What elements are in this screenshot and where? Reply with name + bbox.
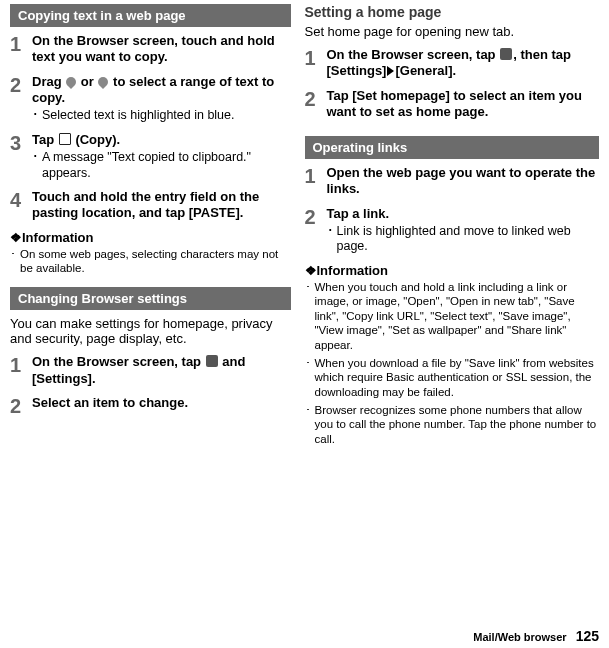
step-body: Drag or to select a range of text to cop… [32,74,291,124]
step-body: Tap [Set homepage] to select an item you… [327,88,600,121]
text: or [77,74,97,89]
page-number: 125 [576,628,599,644]
bullet-dot: ･ [305,280,315,352]
step-body: On the Browser screen, touch and hold te… [32,33,291,66]
info-bullet: ･Browser recognizes some phone numbers t… [305,403,600,446]
info-bullet: ･When you download a file by "Save link"… [305,356,600,399]
left-column: Copying text in a web page 1 On the Brow… [0,0,305,648]
subsection-header-homepage: Setting a home page [305,4,600,20]
step-title: Tap (Copy). [32,132,291,148]
step-title: Drag or to select a range of text to cop… [32,74,291,107]
step: 2 Drag or to select a range of text to c… [10,74,291,124]
text: On the Browser screen, tap [32,354,205,369]
info-text: Browser recognizes some phone numbers th… [315,403,600,446]
information-heading: ❖Information [10,230,291,245]
step: 1 On the Browser screen, touch and hold … [10,33,291,66]
step-number: 2 [10,395,32,416]
bullet-text: A message "Text copied to clipboard." ap… [42,150,291,181]
step-title: Touch and hold the entry field on the pa… [32,189,291,222]
section-header-copying: Copying text in a web page [10,4,291,27]
step-title: On the Browser screen, tap and [Settings… [32,354,291,387]
step: 1 Open the web page you want to operate … [305,165,600,198]
bullet-dot: ･ [32,150,42,181]
bullet-dot: ･ [32,108,42,124]
menu-icon [206,355,218,367]
step-number: 1 [10,354,32,387]
step-number: 4 [10,189,32,222]
step-number: 2 [305,88,327,121]
step-body: Touch and hold the entry field on the pa… [32,189,291,222]
bullet-dot: ･ [327,224,337,255]
bullet-text: Link is highlighted and move to linked w… [337,224,600,255]
bullet-text: Selected text is highlighted in blue. [42,108,291,124]
text: Tap [32,132,58,147]
bullet: ･Selected text is highlighted in blue. [32,108,291,124]
text: On the Browser screen, tap [327,47,500,62]
step-title: On the Browser screen, tap , then tap [S… [327,47,600,80]
page-columns: Copying text in a web page 1 On the Brow… [0,0,609,648]
step-number: 1 [305,165,327,198]
step-number: 3 [10,132,32,182]
text: (Copy). [72,132,120,147]
step-number: 1 [10,33,32,66]
section-header-operating-links: Operating links [305,136,600,159]
text: [General]. [395,63,456,78]
info-bullet: ･When you touch and hold a link includin… [305,280,600,352]
right-column: Setting a home page Set home page for op… [305,0,610,648]
menu-icon [500,48,512,60]
step: 2 Select an item to change. [10,395,291,416]
step-body: On the Browser screen, tap and [Settings… [32,354,291,387]
step-body: Select an item to change. [32,395,291,416]
copy-icon [59,133,71,145]
text: Drag [32,74,65,89]
info-text: On some web pages, selecting characters … [20,247,291,276]
footer-label: Mail/Web browser [473,631,566,643]
page-footer: Mail/Web browser 125 [473,628,599,644]
section-header-changing-settings: Changing Browser settings [10,287,291,310]
step-title: Select an item to change. [32,395,291,411]
step-number: 1 [305,47,327,80]
bullet: ･A message "Text copied to clipboard." a… [32,150,291,181]
step: 1 On the Browser screen, tap , then tap … [305,47,600,80]
info-bullet: ･On some web pages, selecting characters… [10,247,291,276]
step: 3 Tap (Copy). ･A message "Text copied to… [10,132,291,182]
information-heading: ❖Information [305,263,600,278]
step-body: Tap a link. ･Link is highlighted and mov… [327,206,600,256]
bullet-dot: ･ [305,403,315,446]
step-body: On the Browser screen, tap , then tap [S… [327,47,600,80]
step-number: 2 [10,74,32,124]
step: 1 On the Browser screen, tap and [Settin… [10,354,291,387]
info-text: When you download a file by "Save link" … [315,356,600,399]
step-title: Tap [Set homepage] to select an item you… [327,88,600,121]
step: 2 Tap [Set homepage] to select an item y… [305,88,600,121]
page: Copying text in a web page 1 On the Brow… [0,0,609,648]
info-text: When you touch and hold a link including… [315,280,600,352]
bullet-dot: ･ [10,247,20,276]
section-intro: Set home page for opening new tab. [305,24,600,39]
step-body: Tap (Copy). ･A message "Text copied to c… [32,132,291,182]
step: 2 Tap a link. ･Link is highlighted and m… [305,206,600,256]
step-title: On the Browser screen, touch and hold te… [32,33,291,66]
bullet-dot: ･ [305,356,315,399]
section-intro: You can make settings for homepage, priv… [10,316,291,346]
step-body: Open the web page you want to operate th… [327,165,600,198]
step-number: 2 [305,206,327,256]
bullet: ･Link is highlighted and move to linked … [327,224,600,255]
step-title: Tap a link. [327,206,600,222]
arrow-right-icon [387,66,394,76]
step: 4 Touch and hold the entry field on the … [10,189,291,222]
step-title: Open the web page you want to operate th… [327,165,600,198]
